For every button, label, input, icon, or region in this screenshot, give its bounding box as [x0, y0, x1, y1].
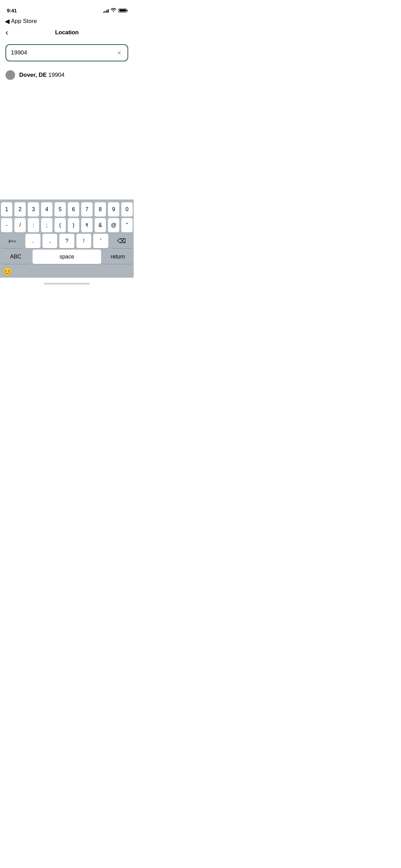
back-button[interactable]: ‹: [5, 28, 8, 37]
key-space[interactable]: space: [33, 250, 101, 264]
page-title: Location: [55, 29, 78, 36]
app-store-back-label: App Store: [11, 18, 37, 25]
key-rupee[interactable]: ₹: [81, 218, 93, 232]
key-5[interactable]: 5: [54, 202, 66, 217]
app-store-back-chevron-icon: ◀: [5, 17, 10, 25]
key-at[interactable]: @: [108, 218, 119, 232]
key-hashtag-mode[interactable]: #+=: [1, 234, 23, 248]
key-semicolon[interactable]: ;: [41, 218, 52, 232]
key-period[interactable]: .: [25, 234, 40, 248]
key-8[interactable]: 8: [95, 202, 106, 217]
key-1[interactable]: 1: [1, 202, 12, 217]
app-store-back-nav[interactable]: ◀ App Store: [0, 16, 134, 25]
emoji-button[interactable]: 😊: [3, 267, 12, 276]
key-comma[interactable]: ,: [42, 234, 58, 248]
key-slash[interactable]: /: [14, 218, 26, 232]
location-dot-icon: [5, 70, 15, 80]
key-exclamation[interactable]: !: [76, 234, 92, 248]
key-3[interactable]: 3: [28, 202, 39, 217]
key-7[interactable]: 7: [81, 202, 93, 217]
key-quote[interactable]: ": [121, 218, 133, 232]
key-dash[interactable]: -: [1, 218, 12, 232]
search-container: 19904 ✕: [0, 40, 134, 61]
key-close-paren[interactable]: ): [68, 218, 79, 232]
key-apostrophe[interactable]: ': [93, 234, 108, 248]
key-ampersand[interactable]: &: [95, 218, 106, 232]
wifi-icon: [111, 8, 116, 13]
keyboard-bottom-row: ABC space return: [0, 250, 134, 266]
zip-code: 19904: [47, 72, 64, 78]
keyboard-specials-row: #+= . , ? ! ' ⌫: [0, 234, 134, 250]
result-text: Dover, DE 19904: [19, 72, 64, 79]
nav-bar: ‹ Location: [0, 25, 134, 40]
key-2[interactable]: 2: [14, 202, 26, 217]
keyboard: 1 2 3 4 5 6 7 8 9 0 - / : ; ( ) ₹ & @ " …: [0, 200, 134, 289]
key-question[interactable]: ?: [59, 234, 74, 248]
home-bar: [44, 283, 90, 285]
results-container: Dover, DE 19904: [0, 61, 134, 83]
status-icons: [103, 8, 127, 13]
status-bar: 9:41: [0, 0, 134, 16]
keyboard-number-row: 1 2 3 4 5 6 7 8 9 0: [0, 200, 134, 218]
signal-bars-icon: [103, 9, 109, 13]
key-4[interactable]: 4: [41, 202, 52, 217]
city-name: Dover, DE: [19, 72, 47, 78]
clear-button[interactable]: ✕: [115, 49, 123, 57]
key-6[interactable]: 6: [68, 202, 79, 217]
status-time: 9:41: [7, 8, 17, 13]
key-colon[interactable]: :: [28, 218, 39, 232]
key-abc[interactable]: ABC: [1, 250, 31, 264]
search-input[interactable]: 19904: [11, 49, 115, 56]
key-open-paren[interactable]: (: [54, 218, 66, 232]
key-0[interactable]: 0: [121, 202, 133, 217]
search-field[interactable]: 19904 ✕: [5, 44, 128, 61]
key-return[interactable]: return: [103, 250, 133, 264]
key-delete[interactable]: ⌫: [110, 234, 133, 248]
home-indicator: [0, 278, 134, 289]
key-9[interactable]: 9: [108, 202, 119, 217]
keyboard-symbols-row: - / : ; ( ) ₹ & @ ": [0, 218, 134, 234]
emoji-row: 😊: [0, 266, 134, 278]
list-item[interactable]: Dover, DE 19904: [5, 67, 128, 83]
battery-icon: [118, 9, 127, 13]
